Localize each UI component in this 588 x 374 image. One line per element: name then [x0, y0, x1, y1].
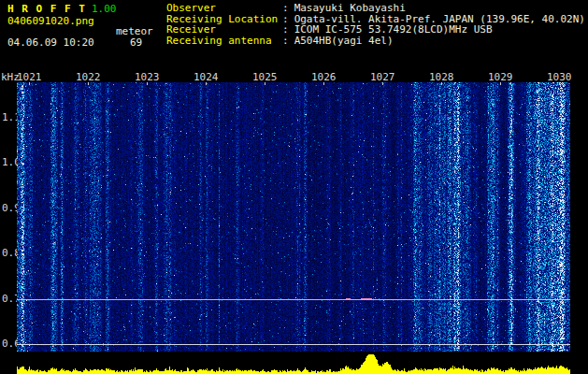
info-value: A504HB(yagi 4el) — [294, 35, 394, 47]
info-row-antenna: Receiving antenna:A504HB(yagi 4el) — [166, 36, 585, 47]
hrofft-output-window: H R O F F T 1.00 0406091020.png meteor 0… — [0, 0, 588, 374]
info-label: Receiver — [166, 24, 282, 36]
observation-info: Observer:Masayuki Kobayashi Receiving Lo… — [166, 3, 585, 46]
info-label: Receiving antenna — [166, 36, 282, 47]
spectrogram-waterfall — [17, 82, 570, 352]
echo-count: 69 — [130, 36, 142, 49]
app-version: 1.00 — [92, 3, 117, 15]
info-separator: : — [282, 35, 289, 47]
output-filename: 0406091020.png — [7, 15, 94, 27]
signal-level-strip — [17, 353, 570, 374]
app-title: H R O F F T — [7, 3, 86, 15]
observation-datetime: 04.06.09 10:20 — [7, 36, 94, 49]
info-label: Observer — [166, 3, 282, 14]
